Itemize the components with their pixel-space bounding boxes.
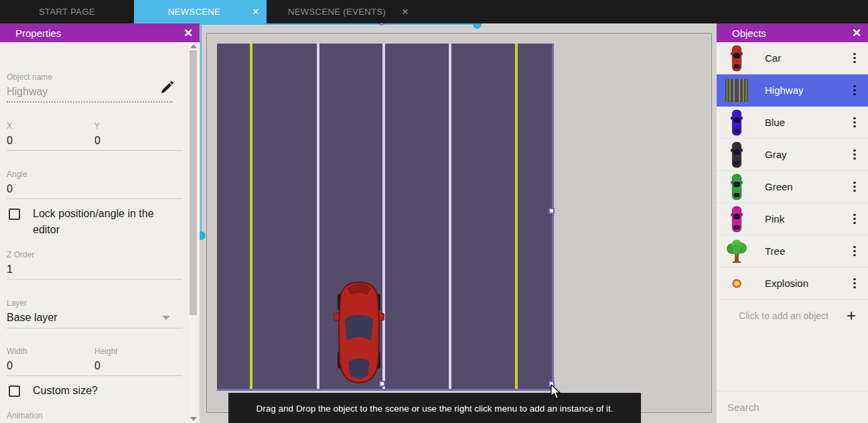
close-panel-icon[interactable]: ✕ (845, 26, 868, 40)
properties-panel: Properties ✕ Object name X Y Angle Lock … (0, 23, 200, 423)
lock-position-checkbox[interactable] (9, 208, 20, 220)
animation-label: Animation (7, 411, 42, 420)
kebab-menu-icon[interactable] (848, 115, 861, 131)
scroll-up-icon[interactable] (190, 44, 197, 48)
selection-corner-handle[interactable] (200, 231, 206, 240)
highway-icon (723, 76, 750, 105)
scrollbar-thumb[interactable] (190, 50, 197, 315)
selection-top-edge (200, 23, 478, 25)
object-name-label: Object name (7, 72, 52, 82)
field-underline (7, 150, 182, 151)
tooltip-text: Drag and Drop the object to the scene or… (257, 404, 613, 414)
scene-window-frame (206, 33, 712, 413)
tab-newscene-events[interactable]: NEWSCENE (EVENTS) ✕ (267, 0, 415, 23)
object-row-explosion[interactable]: Explosion (717, 267, 868, 300)
z-order-label: Z Order (7, 250, 34, 259)
layer-select[interactable] (7, 312, 141, 324)
close-panel-icon[interactable]: ✕ (177, 26, 200, 40)
object-row-green[interactable]: Green (717, 171, 868, 203)
add-object-label: Click to add an object (723, 310, 844, 321)
car-instance[interactable] (334, 280, 384, 385)
edit-pencil-icon[interactable] (160, 81, 173, 95)
object-row-car[interactable]: Car (717, 42, 868, 74)
field-underline (7, 328, 182, 328)
tab-label: NEWSCENE (134, 7, 249, 17)
object-name: Gray (765, 149, 848, 160)
object-row-highway[interactable]: Highway (717, 74, 868, 107)
angle-field[interactable] (7, 183, 80, 195)
x-label: X (7, 121, 12, 131)
height-field[interactable] (94, 360, 168, 372)
car-icon (723, 204, 750, 234)
objects-search-row (717, 391, 868, 423)
mouse-cursor (551, 384, 561, 400)
selection-corner-handle[interactable] (473, 23, 482, 29)
x-field[interactable] (7, 135, 80, 147)
tree-icon (723, 237, 750, 266)
kebab-menu-icon[interactable] (848, 243, 861, 259)
tab-label: NEWSCENE (EVENTS) (276, 7, 398, 17)
custom-size-checkbox[interactable] (9, 385, 20, 397)
field-underline (7, 198, 182, 199)
kebab-menu-icon[interactable] (848, 211, 861, 227)
add-object-row[interactable]: Click to add an object + (717, 300, 868, 332)
tab-newscene[interactable]: NEWSCENE ✕ (134, 0, 267, 23)
width-field[interactable] (7, 360, 80, 372)
car-icon (723, 172, 750, 202)
custom-size-label: Custom size? (33, 383, 98, 399)
plus-icon[interactable]: + (844, 306, 859, 325)
road-yellow-line (250, 44, 252, 389)
field-underline (7, 375, 182, 376)
editor-tab-bar: START PAGE NEWSCENE ✕ NEWSCENE (EVENTS) … (0, 0, 868, 23)
object-name: Car (765, 52, 848, 64)
properties-title: Properties (0, 27, 177, 39)
scene-editor-canvas[interactable]: Drag and Drop the object to the scene or… (200, 23, 717, 423)
object-name: Green (765, 181, 848, 192)
lock-position-label: Lock position/angle in the editor (33, 206, 173, 238)
kebab-menu-icon[interactable] (848, 276, 861, 292)
properties-form: Object name X Y Angle Lock position/angl… (0, 42, 189, 423)
tab-label: START PAGE (27, 7, 107, 17)
layer-label: Layer (7, 298, 27, 308)
car-icon (723, 108, 750, 137)
selection-left-edge (200, 23, 202, 237)
height-label: Height (94, 347, 118, 356)
y-label: Y (94, 121, 100, 131)
properties-header: Properties ✕ (0, 23, 200, 42)
resize-handle-bottom[interactable] (379, 381, 385, 387)
kebab-menu-icon[interactable] (848, 50, 861, 66)
explosion-icon (723, 269, 750, 298)
resize-handle-right[interactable] (549, 208, 555, 214)
scroll-down-icon[interactable] (190, 417, 197, 421)
road-white-line (317, 44, 319, 389)
object-row-pink[interactable]: Pink (717, 203, 868, 235)
object-name: Explosion (765, 278, 848, 289)
car-icon (723, 140, 750, 170)
object-row-gray[interactable]: Gray (717, 139, 868, 171)
selection-edge-handle[interactable] (378, 23, 385, 25)
object-name: Blue (765, 117, 848, 128)
close-tab-icon[interactable]: ✕ (249, 7, 267, 17)
chevron-down-icon[interactable] (162, 316, 170, 320)
kebab-menu-icon[interactable] (848, 147, 861, 163)
angle-label: Angle (7, 170, 27, 179)
highway-instance[interactable] (217, 44, 554, 391)
object-name: Highway (765, 84, 848, 96)
z-order-field[interactable] (7, 263, 80, 276)
kebab-menu-icon[interactable] (848, 179, 861, 195)
object-row-blue[interactable]: Blue (717, 107, 868, 139)
objects-list: Car Highway Blue Gray (717, 42, 868, 332)
objects-header: Objects ✕ (717, 23, 868, 42)
width-label: Width (7, 347, 27, 356)
objects-panel: Objects ✕ Car Highway Blue (717, 23, 868, 423)
y-field[interactable] (94, 135, 168, 147)
road-yellow-line (515, 44, 518, 389)
field-underline (7, 101, 173, 103)
properties-scrollbar[interactable] (189, 42, 198, 423)
kebab-menu-icon[interactable] (848, 82, 861, 99)
close-tab-icon[interactable]: ✕ (398, 7, 415, 17)
search-input[interactable] (727, 402, 861, 413)
tab-start-page[interactable]: START PAGE (0, 0, 134, 23)
object-name-field[interactable] (7, 86, 154, 98)
object-row-tree[interactable]: Tree (717, 235, 868, 267)
